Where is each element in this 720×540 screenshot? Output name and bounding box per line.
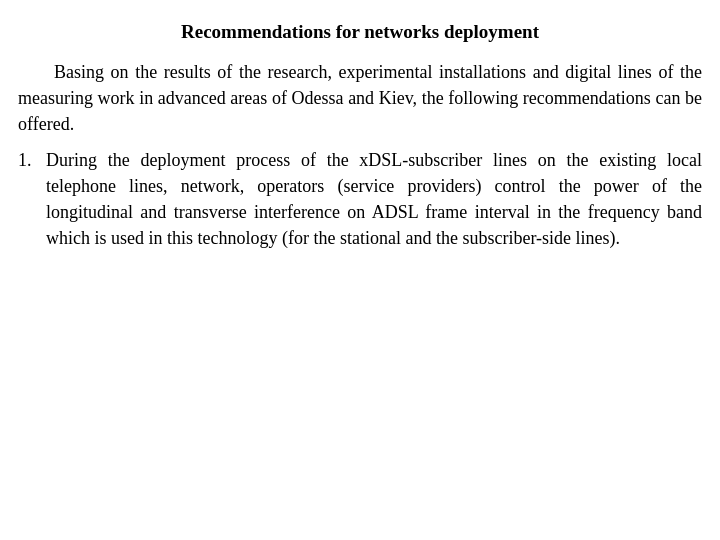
intro-paragraph: Basing on the results of the research, e…: [18, 59, 702, 137]
list-number-1: 1.: [18, 147, 46, 173]
list-item-1: 1. During the deployment process of the …: [18, 147, 702, 251]
list-text-1: During the deployment process of the xDS…: [46, 147, 702, 251]
page-title: Recommendations for networks deployment: [18, 20, 702, 45]
